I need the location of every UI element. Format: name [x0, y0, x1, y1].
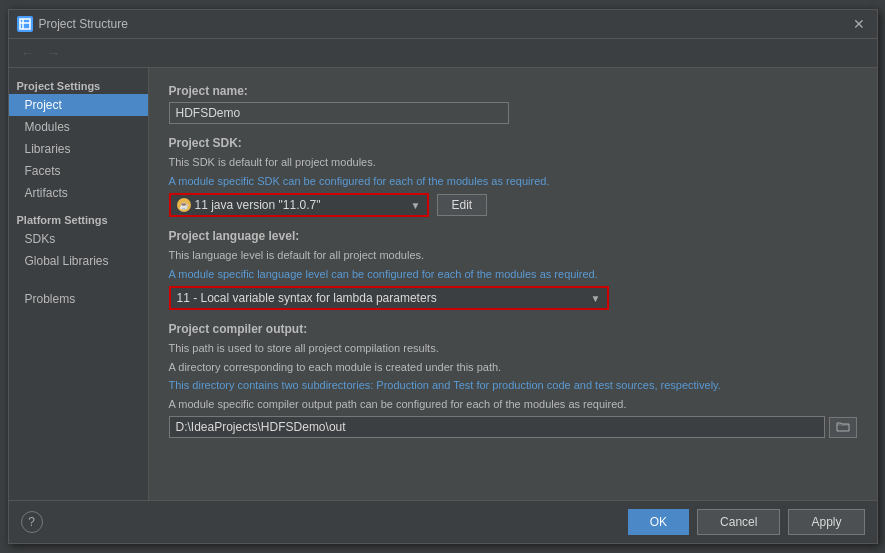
edit-sdk-button[interactable]: Edit — [437, 194, 488, 216]
sdk-desc1: This SDK is default for all project modu… — [169, 154, 857, 171]
sdk-row: ☕ 11 java version "11.0.7" ▼ Edit — [169, 193, 857, 217]
sidebar-item-problems[interactable]: Problems — [9, 288, 148, 310]
sidebar-item-modules[interactable]: Modules — [9, 116, 148, 138]
content-area: Project name: Project SDK: This SDK is d… — [149, 68, 877, 500]
lang-dropdown-arrow: ▼ — [591, 293, 601, 304]
sidebar-item-artifacts[interactable]: Artifacts — [9, 182, 148, 204]
dialog-title: Project Structure — [39, 17, 849, 31]
compiler-desc2: A directory corresponding to each module… — [169, 359, 857, 376]
language-level-dropdown[interactable]: 11 - Local variable syntax for lambda pa… — [169, 286, 609, 310]
browse-folder-button[interactable] — [829, 417, 857, 438]
sdk-value: 11 java version "11.0.7" — [195, 198, 321, 212]
sdk-desc2: A module specific SDK can be configured … — [169, 173, 857, 190]
project-settings-label: Project Settings — [9, 76, 148, 94]
sidebar-item-project[interactable]: Project — [9, 94, 148, 116]
apply-button[interactable]: Apply — [788, 509, 864, 535]
sidebar-item-global-libraries[interactable]: Global Libraries — [9, 250, 148, 272]
java-sdk-icon: ☕ — [177, 198, 191, 212]
compiler-output-path[interactable] — [169, 416, 825, 438]
platform-settings-label: Platform Settings — [9, 210, 148, 228]
cancel-button[interactable]: Cancel — [697, 509, 780, 535]
sidebar-item-sdks[interactable]: SDKs — [9, 228, 148, 250]
nav-buttons: ← → — [9, 39, 877, 68]
dialog-icon — [17, 16, 33, 32]
compiler-desc4: A module specific compiler output path c… — [169, 396, 857, 413]
sdk-dropdown[interactable]: ☕ 11 java version "11.0.7" ▼ — [169, 193, 429, 217]
compiler-output-row — [169, 416, 857, 438]
project-name-input[interactable] — [169, 102, 509, 124]
bottom-actions: OK Cancel Apply — [628, 509, 865, 535]
sidebar: Project Settings Project Modules Librari… — [9, 68, 149, 500]
close-button[interactable]: ✕ — [849, 16, 869, 32]
compiler-desc1: This path is used to store all project c… — [169, 340, 857, 357]
ok-button[interactable]: OK — [628, 509, 689, 535]
language-level-label: Project language level: — [169, 229, 857, 243]
sidebar-item-facets[interactable]: Facets — [9, 160, 148, 182]
compiler-desc3: This directory contains two subdirectori… — [169, 377, 857, 394]
folder-icon — [836, 420, 850, 432]
back-button[interactable]: ← — [17, 43, 39, 63]
language-level-value: 11 - Local variable syntax for lambda pa… — [177, 291, 591, 305]
sdk-dropdown-arrow: ▼ — [411, 200, 421, 211]
project-sdk-label: Project SDK: — [169, 136, 857, 150]
lang-desc1: This language level is default for all p… — [169, 247, 857, 264]
compiler-output-label: Project compiler output: — [169, 322, 857, 336]
sidebar-item-libraries[interactable]: Libraries — [9, 138, 148, 160]
svg-rect-0 — [20, 19, 30, 29]
project-name-label: Project name: — [169, 84, 857, 98]
title-bar: Project Structure ✕ — [9, 10, 877, 39]
bottom-bar: ? OK Cancel Apply — [9, 500, 877, 543]
forward-button[interactable]: → — [43, 43, 65, 63]
main-content: Project Settings Project Modules Librari… — [9, 68, 877, 500]
project-structure-dialog: Project Structure ✕ ← → Project Settings… — [8, 9, 878, 544]
lang-desc2: A module specific language level can be … — [169, 266, 857, 283]
help-button[interactable]: ? — [21, 511, 43, 533]
